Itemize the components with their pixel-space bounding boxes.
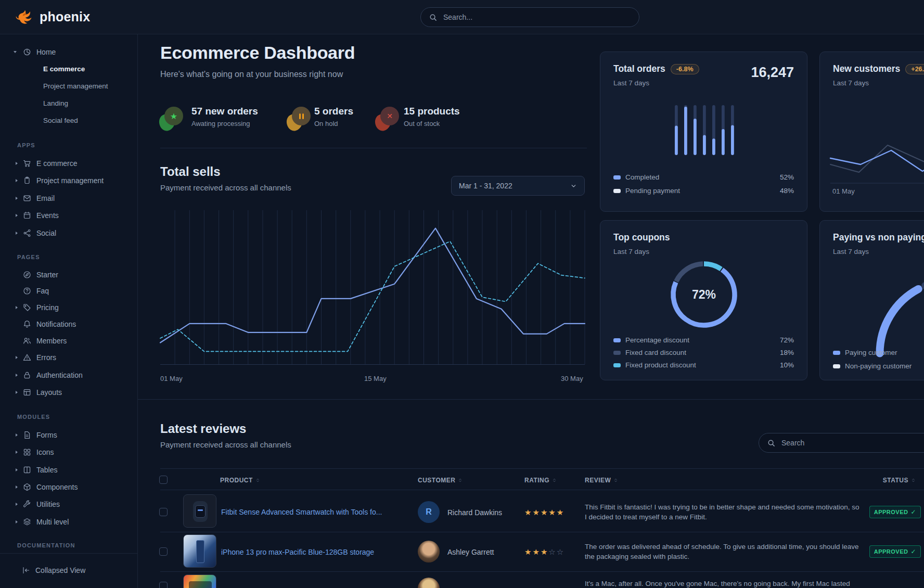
layout-icon [23, 388, 31, 397]
sidebar-item-tables[interactable]: Tables [16, 464, 57, 476]
legend-row: Fixed product discount 10% [613, 361, 794, 369]
latest-reviews-subtitle: Payment received across all channels [160, 440, 291, 449]
layers-icon [23, 518, 31, 526]
product-thumbnail-imac[interactable] [183, 574, 216, 588]
sidebar-item-social[interactable]: Social [16, 227, 56, 239]
star-icon: ★ [164, 107, 183, 125]
product-link[interactable]: iPhone 13 pro max-Pacific Blue-128GB sto… [221, 548, 374, 556]
caret-down-icon [14, 50, 21, 54]
reviews-search[interactable] [759, 433, 924, 453]
rating-stars: ★★★☆☆ [524, 547, 564, 557]
review-text: This Fitbit is fantastic! I was trying t… [585, 502, 862, 522]
sidebar-nav: Home E commerce Project management Landi… [0, 34, 138, 588]
legend-row: Completed 52% [613, 173, 794, 181]
sidebar-item-email[interactable]: Email [16, 193, 55, 204]
sort-icon [255, 477, 260, 483]
sidebar-item-layouts[interactable]: Layouts [16, 387, 62, 398]
card-period: Last 7 days [613, 248, 649, 255]
product-link[interactable]: Fitbit Sense Advanced Smartwatch with To… [221, 508, 382, 516]
sidebar-divider [0, 553, 137, 554]
sidebar-item-icons[interactable]: Icons [16, 446, 54, 458]
sidebar-item-home[interactable]: Home [14, 46, 56, 58]
avatar-photo[interactable] [418, 578, 440, 588]
global-search[interactable] [420, 7, 639, 27]
status-badge: APPROVED✓ [869, 545, 921, 558]
new-customers-line-chart [820, 120, 924, 184]
product-thumbnail-smartwatch[interactable] [183, 494, 216, 528]
page-subtitle: Here's what's going on at your business … [160, 70, 343, 79]
reviews-search-input[interactable] [780, 438, 924, 448]
sidebar-item-components[interactable]: Components [16, 481, 78, 493]
row-checkbox[interactable] [159, 582, 168, 588]
date-range-select[interactable]: Mar 1 - 31, 2022 [451, 176, 585, 196]
caret-placeholder [16, 273, 23, 277]
sidebar-subitem-project-management[interactable]: Project management [43, 82, 108, 90]
sidebar-item-faq[interactable]: Faq [16, 285, 49, 297]
sidebar-item-project-management[interactable]: Project management [16, 175, 104, 186]
check-icon: ✓ [910, 548, 916, 555]
avatar-photo[interactable] [418, 541, 440, 563]
review-text: It's a Mac, after all. Once you've gone … [585, 579, 862, 588]
sidebar-item-forms[interactable]: Forms [16, 429, 57, 441]
card-period: Last 7 days [833, 248, 869, 255]
column-header-rating[interactable]: RATING [524, 477, 557, 484]
tag-icon [23, 303, 31, 312]
collapse-sidebar-button[interactable]: Collapsed View [22, 566, 85, 574]
legend-swatch [613, 189, 621, 193]
legend-row: Percentage discount 72% [613, 336, 794, 344]
legend-swatch [613, 175, 621, 180]
row-checkbox[interactable] [159, 508, 168, 516]
top-coupons-card: Top coupons Last 7 days 72% Percentage d… [600, 220, 807, 380]
select-all-checkbox[interactable] [159, 476, 168, 484]
sidebar-item-events[interactable]: Events [16, 210, 59, 221]
trend-badge: +26.5% [905, 64, 924, 74]
sidebar-section-pages: PAGES [17, 254, 40, 260]
sort-icon [458, 477, 463, 483]
stat-on-hold-value: 5 orders [314, 106, 353, 117]
caret-placeholder [16, 289, 23, 293]
search-icon [429, 14, 437, 21]
sidebar-subitem-social-feed[interactable]: Social feed [43, 117, 78, 124]
column-header-review[interactable]: REVIEW [585, 477, 618, 484]
card-period: Last 7 days [833, 79, 869, 87]
caret-right-icon [16, 502, 23, 506]
stat-out-of-stock-label: Out of stock [404, 120, 460, 127]
column-header-status[interactable]: STATUS [883, 477, 916, 484]
legend-row: Non-paying customer [833, 362, 912, 370]
new-customers-card: New customers +26.5% Last 7 days 01 May [819, 52, 924, 212]
review-text: The order was delivered ahead of schedul… [585, 542, 862, 561]
sidebar-item-authentication[interactable]: Authentication [16, 369, 83, 381]
caret-right-icon [16, 450, 23, 454]
sidebar-item-notifications[interactable]: Notifications [16, 318, 76, 330]
sidebar-item-multi-level[interactable]: Multi level [16, 516, 69, 528]
sidebar-subitem-landing[interactable]: Landing [43, 99, 68, 107]
column-header-product[interactable]: PRODUCT [220, 477, 260, 484]
table-border [160, 468, 924, 469]
caret-right-icon [16, 390, 23, 394]
sort-icon [613, 477, 618, 483]
legend-swatch [613, 363, 621, 367]
sidebar-item-pricing[interactable]: Pricing [16, 302, 59, 313]
sidebar-item-errors[interactable]: Errors [16, 352, 56, 363]
top-navbar: phoenix [0, 0, 924, 34]
total-sells-chart [160, 207, 585, 369]
app-root: phoenix Home E commerce Project manageme… [0, 0, 924, 588]
warning-triangle-icon [23, 353, 31, 362]
product-thumbnail-iphone[interactable] [183, 534, 216, 568]
brand-name: phoenix [40, 9, 90, 24]
stat-new-orders-value: 57 new orders [191, 106, 258, 117]
avatar-initial[interactable]: R [418, 501, 440, 523]
column-header-customer[interactable]: CUSTOMER [418, 477, 463, 484]
global-search-input[interactable] [442, 12, 631, 22]
sidebar-item-utilities[interactable]: Utilities [16, 498, 60, 510]
envelope-icon [23, 194, 31, 202]
sidebar-item-ecommerce-app[interactable]: E commerce [16, 158, 78, 169]
row-checkbox[interactable] [159, 547, 168, 556]
x-icon: ✕ [380, 107, 399, 125]
brand-logo[interactable]: phoenix [16, 7, 90, 26]
sidebar-item-members[interactable]: Members [16, 335, 67, 347]
sidebar-subitem-ecommerce[interactable]: E commerce [43, 65, 85, 73]
sort-icon [911, 477, 916, 483]
sidebar-item-starter[interactable]: Starter [16, 269, 58, 280]
users-icon [23, 337, 31, 345]
